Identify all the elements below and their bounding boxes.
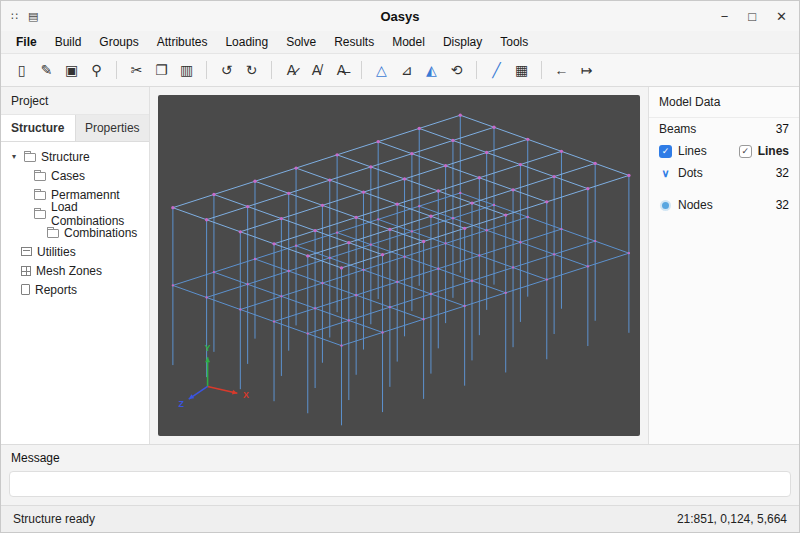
lines-label: Lines — [678, 144, 707, 158]
tree-item-label: Reports — [35, 283, 77, 297]
label-beams-tool-button[interactable]: A̸ — [304, 58, 329, 82]
model-viewport[interactable]: XYZ — [158, 95, 640, 436]
app-grid-icon[interactable]: ∷ — [11, 11, 18, 22]
nodes-row: Nodes 32 — [649, 194, 799, 216]
lines-checkbox[interactable]: ✓ — [659, 145, 672, 158]
select-triangle-tool-button[interactable]: △ — [369, 58, 394, 82]
menu-loading[interactable]: Loading — [216, 33, 277, 51]
tree-item-structure[interactable]: ▾Structure — [1, 147, 149, 166]
menu-build[interactable]: Build — [46, 33, 91, 51]
menu-model[interactable]: Model — [383, 33, 434, 51]
project-panel-title: Project — [1, 87, 149, 115]
nodes-label: Nodes — [678, 198, 713, 212]
status-text: Structure ready — [13, 512, 95, 526]
tree-item-utilities[interactable]: Utilities — [1, 242, 149, 261]
svg-text:Z: Z — [178, 399, 184, 409]
tree-item-load-combinations[interactable]: Load Combinations — [1, 204, 149, 223]
beams-value: 37 — [776, 122, 789, 136]
project-tabs: Structure Properties — [1, 115, 149, 142]
viewport-container: XYZ — [150, 87, 648, 444]
beams-row: Beams 37 — [649, 118, 799, 140]
line-tool-button[interactable]: ╱ — [484, 58, 509, 82]
check-icon: ✓ — [741, 147, 749, 156]
lines-secondary-checkbox[interactable]: ✓ — [739, 145, 752, 158]
menu-attributes[interactable]: Attributes — [148, 33, 217, 51]
tree-item-mesh-zones[interactable]: Mesh Zones — [1, 261, 149, 280]
lines-secondary-label: Lines — [758, 144, 789, 158]
main-area: Project Structure Properties ▾StructureC… — [1, 87, 799, 444]
folder-icon — [34, 210, 46, 219]
app-window: ∷ ▤ Oasys − □ ✕ FileBuildGroupsAttribute… — [0, 0, 800, 533]
lasso-select-tool-button[interactable]: ⟲ — [444, 58, 469, 82]
lines-row: ✓ Lines ✓ Lines — [649, 140, 799, 162]
project-tree: ▾StructureCasesPermamenntLoad Combinatio… — [1, 142, 149, 444]
paste-button[interactable]: ▥ — [174, 58, 199, 82]
menu-solve[interactable]: Solve — [277, 33, 325, 51]
tree-item-combinations[interactable]: Combinations — [1, 223, 149, 242]
check-icon: ✓ — [662, 147, 670, 156]
forward-arrow-button[interactable]: ↦ — [574, 58, 599, 82]
message-input[interactable] — [9, 471, 791, 497]
menu-display[interactable]: Display — [434, 33, 491, 51]
window-title: Oasys — [1, 9, 799, 24]
box-icon — [21, 247, 32, 256]
svg-text:X: X — [243, 390, 249, 400]
tab-structure[interactable]: Structure — [1, 115, 76, 141]
toolbar-separator — [361, 61, 362, 79]
undo-button[interactable]: ↺ — [214, 58, 239, 82]
tree-item-label: Mesh Zones — [36, 264, 102, 278]
node-dot-icon — [662, 202, 669, 209]
tree-item-label: Combinations — [64, 226, 137, 240]
tree-item-label: Utilities — [37, 245, 76, 259]
toolbar-separator — [271, 61, 272, 79]
save-button[interactable]: ▣ — [59, 58, 84, 82]
cursor-coordinates: 21:851, 0,124, 5,664 — [677, 512, 787, 526]
nodes-value: 32 — [776, 198, 789, 212]
folder-icon — [34, 172, 46, 181]
toolbar-separator — [476, 61, 477, 79]
structure-wireframe: XYZ — [158, 95, 640, 436]
tree-item-label: Load Combinations — [51, 200, 149, 228]
label-nodes-tool-button[interactable]: A̷ — [279, 58, 304, 82]
caret-down-icon[interactable]: ▾ — [9, 152, 19, 161]
app-tiles-icon[interactable]: ▤ — [28, 11, 38, 22]
page-icon — [21, 284, 30, 295]
label-elements-tool-button[interactable]: A̶ — [329, 58, 354, 82]
mesh-icon — [21, 266, 31, 276]
toolbar-separator — [206, 61, 207, 79]
dots-value: 32 — [776, 166, 789, 180]
copy-button[interactable]: ❐ — [149, 58, 174, 82]
new-document-button[interactable]: ▯ — [9, 58, 34, 82]
print-preview-button[interactable]: ⚲ — [84, 58, 109, 82]
tab-properties[interactable]: Properties — [76, 115, 150, 141]
measure-triangle-tool-button[interactable]: ⊿ — [394, 58, 419, 82]
status-bar: Structure ready 21:851, 0,124, 5,664 — [1, 505, 799, 532]
tree-item-reports[interactable]: Reports — [1, 280, 149, 299]
model-data-panel: Model Data Beams 37 ✓ Lines ✓ Lines ∨ Do… — [648, 87, 799, 444]
folder-icon — [47, 229, 59, 238]
back-arrow-button[interactable]: ← — [549, 58, 574, 82]
tree-item-label: Structure — [41, 150, 90, 164]
menu-bar: FileBuildGroupsAttributesLoadingSolveRes… — [1, 31, 799, 53]
redo-button[interactable]: ↻ — [239, 58, 264, 82]
dots-label: Dots — [678, 166, 703, 180]
menu-groups[interactable]: Groups — [90, 33, 147, 51]
folder-icon — [24, 153, 36, 162]
message-panel-title: Message — [1, 445, 799, 471]
close-button[interactable]: ✕ — [776, 9, 787, 24]
menu-file[interactable]: File — [7, 33, 46, 51]
model-data-title: Model Data — [649, 87, 799, 118]
grid-tool-button[interactable]: ▦ — [509, 58, 534, 82]
tree-item-cases[interactable]: Cases — [1, 166, 149, 185]
menu-tools[interactable]: Tools — [491, 33, 537, 51]
edit-document-button[interactable]: ✎ — [34, 58, 59, 82]
pick-triangle-tool-button[interactable]: ◭ — [419, 58, 444, 82]
cut-button[interactable]: ✂ — [124, 58, 149, 82]
menu-results[interactable]: Results — [325, 33, 383, 51]
message-panel: Message — [1, 444, 799, 505]
tree-item-label: Cases — [51, 169, 85, 183]
toolbar-separator — [541, 61, 542, 79]
maximize-button[interactable]: □ — [748, 9, 756, 24]
minimize-button[interactable]: − — [721, 9, 729, 24]
chevron-down-icon[interactable]: ∨ — [659, 167, 672, 180]
